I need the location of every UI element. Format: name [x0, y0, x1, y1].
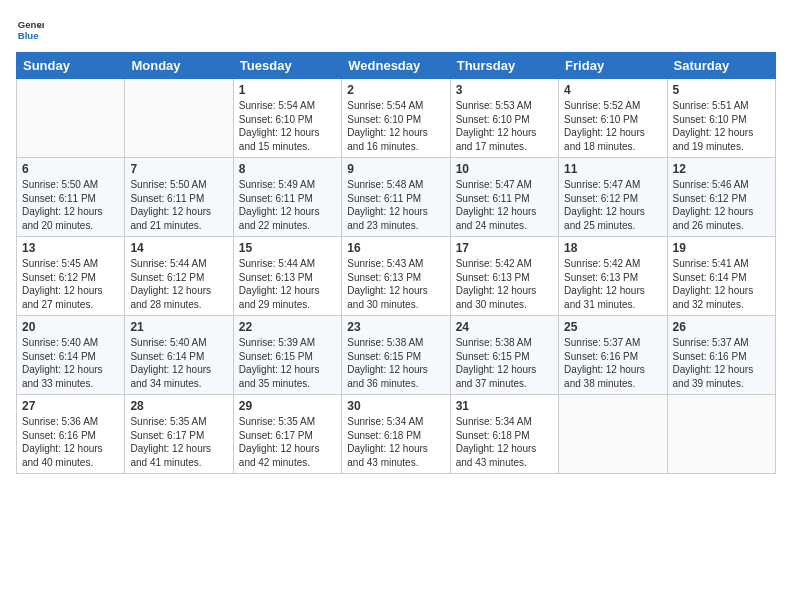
calendar-day-cell — [667, 395, 775, 474]
calendar-day-cell: 14Sunrise: 5:44 AM Sunset: 6:12 PM Dayli… — [125, 237, 233, 316]
day-number: 31 — [456, 399, 553, 413]
calendar-day-cell: 19Sunrise: 5:41 AM Sunset: 6:14 PM Dayli… — [667, 237, 775, 316]
calendar-day-cell: 24Sunrise: 5:38 AM Sunset: 6:15 PM Dayli… — [450, 316, 558, 395]
day-number: 29 — [239, 399, 336, 413]
day-info: Sunrise: 5:35 AM Sunset: 6:17 PM Dayligh… — [130, 415, 227, 469]
calendar-week-row: 6Sunrise: 5:50 AM Sunset: 6:11 PM Daylig… — [17, 158, 776, 237]
calendar-day-cell: 3Sunrise: 5:53 AM Sunset: 6:10 PM Daylig… — [450, 79, 558, 158]
day-info: Sunrise: 5:37 AM Sunset: 6:16 PM Dayligh… — [564, 336, 661, 390]
day-info: Sunrise: 5:38 AM Sunset: 6:15 PM Dayligh… — [456, 336, 553, 390]
calendar-day-cell: 2Sunrise: 5:54 AM Sunset: 6:10 PM Daylig… — [342, 79, 450, 158]
calendar-day-cell: 17Sunrise: 5:42 AM Sunset: 6:13 PM Dayli… — [450, 237, 558, 316]
calendar-day-cell: 31Sunrise: 5:34 AM Sunset: 6:18 PM Dayli… — [450, 395, 558, 474]
day-of-week-header: Sunday — [17, 53, 125, 79]
calendar-day-cell: 26Sunrise: 5:37 AM Sunset: 6:16 PM Dayli… — [667, 316, 775, 395]
calendar-week-row: 13Sunrise: 5:45 AM Sunset: 6:12 PM Dayli… — [17, 237, 776, 316]
day-number: 21 — [130, 320, 227, 334]
day-number: 14 — [130, 241, 227, 255]
calendar-day-cell: 16Sunrise: 5:43 AM Sunset: 6:13 PM Dayli… — [342, 237, 450, 316]
day-of-week-header: Wednesday — [342, 53, 450, 79]
day-number: 27 — [22, 399, 119, 413]
logo-icon: General Blue — [16, 16, 44, 44]
calendar-day-cell: 13Sunrise: 5:45 AM Sunset: 6:12 PM Dayli… — [17, 237, 125, 316]
day-number: 26 — [673, 320, 770, 334]
day-info: Sunrise: 5:51 AM Sunset: 6:10 PM Dayligh… — [673, 99, 770, 153]
day-info: Sunrise: 5:40 AM Sunset: 6:14 PM Dayligh… — [130, 336, 227, 390]
calendar-day-cell: 20Sunrise: 5:40 AM Sunset: 6:14 PM Dayli… — [17, 316, 125, 395]
calendar-day-cell: 23Sunrise: 5:38 AM Sunset: 6:15 PM Dayli… — [342, 316, 450, 395]
calendar-day-cell — [125, 79, 233, 158]
calendar-table: SundayMondayTuesdayWednesdayThursdayFrid… — [16, 52, 776, 474]
day-number: 25 — [564, 320, 661, 334]
day-info: Sunrise: 5:49 AM Sunset: 6:11 PM Dayligh… — [239, 178, 336, 232]
day-number: 19 — [673, 241, 770, 255]
calendar-day-cell: 5Sunrise: 5:51 AM Sunset: 6:10 PM Daylig… — [667, 79, 775, 158]
day-info: Sunrise: 5:53 AM Sunset: 6:10 PM Dayligh… — [456, 99, 553, 153]
calendar-day-cell: 21Sunrise: 5:40 AM Sunset: 6:14 PM Dayli… — [125, 316, 233, 395]
day-info: Sunrise: 5:42 AM Sunset: 6:13 PM Dayligh… — [456, 257, 553, 311]
calendar-day-cell — [17, 79, 125, 158]
day-number: 18 — [564, 241, 661, 255]
day-info: Sunrise: 5:50 AM Sunset: 6:11 PM Dayligh… — [22, 178, 119, 232]
day-info: Sunrise: 5:44 AM Sunset: 6:13 PM Dayligh… — [239, 257, 336, 311]
day-info: Sunrise: 5:34 AM Sunset: 6:18 PM Dayligh… — [456, 415, 553, 469]
day-info: Sunrise: 5:54 AM Sunset: 6:10 PM Dayligh… — [239, 99, 336, 153]
calendar-day-cell: 8Sunrise: 5:49 AM Sunset: 6:11 PM Daylig… — [233, 158, 341, 237]
day-number: 7 — [130, 162, 227, 176]
day-number: 9 — [347, 162, 444, 176]
day-info: Sunrise: 5:38 AM Sunset: 6:15 PM Dayligh… — [347, 336, 444, 390]
day-number: 11 — [564, 162, 661, 176]
day-info: Sunrise: 5:36 AM Sunset: 6:16 PM Dayligh… — [22, 415, 119, 469]
day-info: Sunrise: 5:43 AM Sunset: 6:13 PM Dayligh… — [347, 257, 444, 311]
calendar-week-row: 20Sunrise: 5:40 AM Sunset: 6:14 PM Dayli… — [17, 316, 776, 395]
day-of-week-header: Saturday — [667, 53, 775, 79]
day-number: 28 — [130, 399, 227, 413]
calendar-day-cell: 4Sunrise: 5:52 AM Sunset: 6:10 PM Daylig… — [559, 79, 667, 158]
page-header: General Blue — [16, 16, 776, 44]
day-info: Sunrise: 5:48 AM Sunset: 6:11 PM Dayligh… — [347, 178, 444, 232]
calendar-day-cell — [559, 395, 667, 474]
calendar-day-cell: 18Sunrise: 5:42 AM Sunset: 6:13 PM Dayli… — [559, 237, 667, 316]
day-number: 12 — [673, 162, 770, 176]
calendar-day-cell: 15Sunrise: 5:44 AM Sunset: 6:13 PM Dayli… — [233, 237, 341, 316]
day-of-week-header: Friday — [559, 53, 667, 79]
day-info: Sunrise: 5:44 AM Sunset: 6:12 PM Dayligh… — [130, 257, 227, 311]
calendar-day-cell: 25Sunrise: 5:37 AM Sunset: 6:16 PM Dayli… — [559, 316, 667, 395]
day-number: 16 — [347, 241, 444, 255]
svg-text:General: General — [18, 19, 44, 30]
day-number: 23 — [347, 320, 444, 334]
calendar-day-cell: 27Sunrise: 5:36 AM Sunset: 6:16 PM Dayli… — [17, 395, 125, 474]
day-number: 8 — [239, 162, 336, 176]
day-number: 30 — [347, 399, 444, 413]
day-number: 17 — [456, 241, 553, 255]
calendar-day-cell: 1Sunrise: 5:54 AM Sunset: 6:10 PM Daylig… — [233, 79, 341, 158]
calendar-day-cell: 28Sunrise: 5:35 AM Sunset: 6:17 PM Dayli… — [125, 395, 233, 474]
day-number: 24 — [456, 320, 553, 334]
svg-text:Blue: Blue — [18, 30, 39, 41]
calendar-day-cell: 10Sunrise: 5:47 AM Sunset: 6:11 PM Dayli… — [450, 158, 558, 237]
day-number: 5 — [673, 83, 770, 97]
day-info: Sunrise: 5:50 AM Sunset: 6:11 PM Dayligh… — [130, 178, 227, 232]
calendar-day-cell: 7Sunrise: 5:50 AM Sunset: 6:11 PM Daylig… — [125, 158, 233, 237]
calendar-day-cell: 29Sunrise: 5:35 AM Sunset: 6:17 PM Dayli… — [233, 395, 341, 474]
day-info: Sunrise: 5:40 AM Sunset: 6:14 PM Dayligh… — [22, 336, 119, 390]
day-info: Sunrise: 5:52 AM Sunset: 6:10 PM Dayligh… — [564, 99, 661, 153]
day-of-week-header: Tuesday — [233, 53, 341, 79]
day-info: Sunrise: 5:37 AM Sunset: 6:16 PM Dayligh… — [673, 336, 770, 390]
day-number: 2 — [347, 83, 444, 97]
day-info: Sunrise: 5:47 AM Sunset: 6:12 PM Dayligh… — [564, 178, 661, 232]
calendar-day-cell: 6Sunrise: 5:50 AM Sunset: 6:11 PM Daylig… — [17, 158, 125, 237]
day-number: 13 — [22, 241, 119, 255]
calendar-header-row: SundayMondayTuesdayWednesdayThursdayFrid… — [17, 53, 776, 79]
day-info: Sunrise: 5:35 AM Sunset: 6:17 PM Dayligh… — [239, 415, 336, 469]
day-info: Sunrise: 5:47 AM Sunset: 6:11 PM Dayligh… — [456, 178, 553, 232]
day-of-week-header: Thursday — [450, 53, 558, 79]
day-info: Sunrise: 5:46 AM Sunset: 6:12 PM Dayligh… — [673, 178, 770, 232]
day-number: 15 — [239, 241, 336, 255]
day-number: 3 — [456, 83, 553, 97]
day-info: Sunrise: 5:42 AM Sunset: 6:13 PM Dayligh… — [564, 257, 661, 311]
day-info: Sunrise: 5:45 AM Sunset: 6:12 PM Dayligh… — [22, 257, 119, 311]
day-number: 1 — [239, 83, 336, 97]
calendar-week-row: 27Sunrise: 5:36 AM Sunset: 6:16 PM Dayli… — [17, 395, 776, 474]
calendar-day-cell: 22Sunrise: 5:39 AM Sunset: 6:15 PM Dayli… — [233, 316, 341, 395]
